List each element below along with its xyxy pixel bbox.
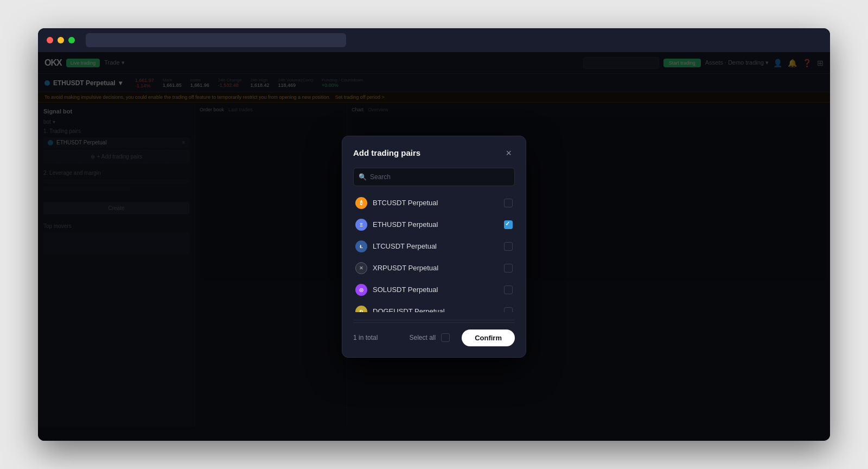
sol-icon: ◎ bbox=[355, 284, 367, 296]
pair-item-left: ΞETHUSDT Perpetual bbox=[355, 219, 438, 231]
pair-item-name: LTCUSDT Perpetual bbox=[373, 242, 437, 250]
traffic-light-red[interactable] bbox=[47, 37, 53, 43]
pair-item-left: ₿BTCUSDT Perpetual bbox=[355, 197, 438, 209]
footer-right: Select all Confirm bbox=[409, 329, 515, 346]
modal-footer: 1 in total Select all Confirm bbox=[353, 322, 515, 346]
pair-item-left: ÐDOGEUSDT Perpetual bbox=[355, 306, 445, 312]
ltcusdt-checkbox[interactable] bbox=[504, 242, 513, 251]
modal-overlay: Add trading pairs × 🔍 ₿BTCUSDT Perpetual… bbox=[38, 52, 830, 441]
pair-item-left: ◎SOLUSDT Perpetual bbox=[355, 284, 438, 296]
pairs-list: ₿BTCUSDT PerpetualΞETHUSDT PerpetualŁLTC… bbox=[353, 193, 515, 312]
add-trading-pairs-modal: Add trading pairs × 🔍 ₿BTCUSDT Perpetual… bbox=[342, 136, 526, 358]
btcusdt-checkbox[interactable] bbox=[504, 199, 513, 207]
browser-window: OKX Live trading Trade ▾ Start trading A… bbox=[38, 28, 830, 441]
modal-close-btn[interactable]: × bbox=[502, 147, 515, 159]
btc-icon: ₿ bbox=[355, 197, 367, 209]
pair-item-name: BTCUSDT Perpetual bbox=[373, 199, 438, 207]
pair-item-name: ETHUSDT Perpetual bbox=[373, 220, 438, 229]
browser-titlebar bbox=[38, 28, 830, 52]
search-container: 🔍 bbox=[353, 168, 515, 186]
pair-item[interactable]: ◎SOLUSDT Perpetual bbox=[353, 280, 515, 300]
ltc-icon: Ł bbox=[355, 240, 367, 252]
xrpusdt-checkbox[interactable] bbox=[504, 264, 513, 272]
solusdt-checkbox[interactable] bbox=[504, 286, 513, 294]
ethusdt-checkbox[interactable] bbox=[504, 220, 513, 229]
traffic-lights bbox=[47, 37, 75, 43]
pair-item-name: XRPUSDT Perpetual bbox=[373, 264, 438, 272]
traffic-light-yellow[interactable] bbox=[58, 37, 64, 43]
modal-title: Add trading pairs bbox=[353, 148, 420, 157]
confirm-btn[interactable]: Confirm bbox=[462, 329, 515, 346]
select-all-checkbox[interactable] bbox=[441, 333, 450, 342]
select-all-label[interactable]: Select all bbox=[409, 334, 436, 341]
pair-item[interactable]: ÐDOGEUSDT Perpetual bbox=[353, 301, 515, 312]
xrp-icon: ✕ bbox=[355, 262, 367, 274]
search-icon: 🔍 bbox=[359, 173, 367, 181]
pair-item[interactable]: ₿BTCUSDT Perpetual bbox=[353, 193, 515, 213]
doge-icon: Ð bbox=[355, 306, 367, 312]
total-count: 1 in total bbox=[353, 334, 378, 341]
divider bbox=[353, 320, 515, 320]
eth-icon: Ξ bbox=[355, 219, 367, 231]
pair-item-name: SOLUSDT Perpetual bbox=[373, 286, 438, 294]
pair-item[interactable]: ŁLTCUSDT Perpetual bbox=[353, 236, 515, 257]
pair-item[interactable]: ΞETHUSDT Perpetual bbox=[353, 214, 515, 235]
traffic-light-green[interactable] bbox=[68, 37, 75, 43]
address-bar[interactable] bbox=[86, 33, 346, 47]
app-content: OKX Live trading Trade ▾ Start trading A… bbox=[38, 52, 830, 441]
pair-item-left: ✕XRPUSDT Perpetual bbox=[355, 262, 438, 274]
search-input[interactable] bbox=[353, 168, 515, 186]
modal-header: Add trading pairs × bbox=[353, 147, 515, 159]
pair-item-name: DOGEUSDT Perpetual bbox=[373, 307, 445, 312]
pair-item[interactable]: ✕XRPUSDT Perpetual bbox=[353, 258, 515, 278]
dogeusdt-checkbox[interactable] bbox=[504, 307, 513, 312]
pair-item-left: ŁLTCUSDT Perpetual bbox=[355, 240, 437, 252]
